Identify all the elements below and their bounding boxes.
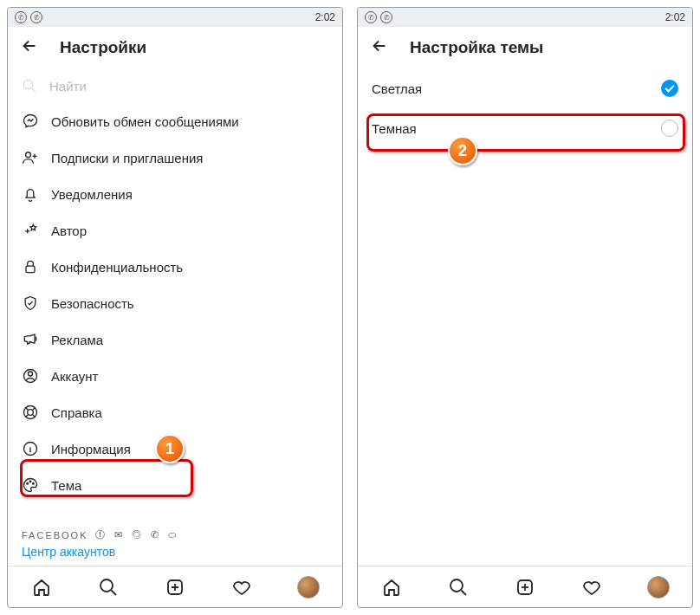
settings-item-follow-invite[interactable]: Подписки и приглашения bbox=[8, 139, 342, 176]
bell-icon bbox=[22, 185, 39, 203]
svg-point-6 bbox=[28, 410, 34, 416]
back-arrow-icon[interactable] bbox=[20, 36, 39, 59]
shield-check-icon bbox=[22, 295, 39, 312]
settings-item-about[interactable]: Информация bbox=[8, 430, 342, 467]
bottom-nav bbox=[358, 566, 692, 607]
settings-item-help[interactable]: Справка bbox=[8, 394, 342, 430]
empty-space bbox=[358, 148, 692, 566]
star-plus-icon bbox=[22, 222, 39, 239]
accounts-center-link[interactable]: Центр аккаунтов bbox=[8, 543, 342, 566]
back-arrow-icon[interactable] bbox=[370, 36, 389, 59]
settings-item-creator[interactable]: Автор bbox=[8, 212, 342, 249]
nav-activity-icon[interactable] bbox=[230, 576, 253, 599]
nav-activity-icon[interactable] bbox=[580, 576, 603, 599]
nav-create-icon[interactable] bbox=[164, 576, 186, 599]
lifebuoy-icon bbox=[22, 404, 39, 421]
svg-point-8 bbox=[27, 483, 29, 485]
settings-item-label: Реклама bbox=[51, 333, 103, 347]
nav-home-icon[interactable] bbox=[380, 576, 403, 599]
settings-item-account[interactable]: Аккаунт bbox=[8, 358, 342, 394]
status-time: 2:02 bbox=[665, 11, 685, 23]
nav-profile-avatar[interactable] bbox=[297, 576, 320, 599]
settings-item-label: Безопасность bbox=[51, 296, 134, 311]
page-title: Настройка темы bbox=[410, 38, 543, 57]
settings-item-label: Автор bbox=[51, 223, 87, 238]
nav-search-icon[interactable] bbox=[447, 576, 470, 599]
app-header: Настройки bbox=[8, 27, 342, 68]
search-input[interactable]: Найти bbox=[8, 68, 342, 103]
palette-icon bbox=[22, 476, 39, 494]
status-bar: ✆ ✆ 2:02 bbox=[358, 8, 692, 27]
theme-option-light[interactable]: Светлая bbox=[358, 68, 692, 108]
settings-item-label: Уведомления bbox=[51, 187, 133, 202]
settings-item-ads[interactable]: Реклама bbox=[8, 321, 342, 358]
settings-item-messaging[interactable]: Обновить обмен сообщениями bbox=[8, 103, 342, 139]
svg-rect-2 bbox=[26, 266, 35, 273]
avatar bbox=[297, 576, 320, 599]
settings-item-label: Информация bbox=[51, 442, 131, 456]
search-icon bbox=[22, 78, 37, 94]
page-title: Настройки bbox=[60, 38, 146, 57]
settings-item-privacy[interactable]: Конфиденциальность bbox=[8, 249, 342, 285]
account-icon bbox=[22, 367, 39, 385]
viber-icon: ✆ bbox=[15, 11, 27, 23]
svg-point-13 bbox=[450, 579, 463, 592]
lock-icon bbox=[22, 258, 39, 275]
settings-item-label: Конфиденциальность bbox=[51, 260, 183, 275]
settings-item-notifications[interactable]: Уведомления bbox=[8, 176, 342, 212]
svg-point-1 bbox=[26, 152, 31, 158]
messenger-icon bbox=[22, 113, 39, 130]
svg-point-11 bbox=[100, 579, 113, 592]
theme-option-dark[interactable]: Темная bbox=[358, 108, 692, 148]
svg-point-0 bbox=[23, 80, 33, 89]
megaphone-icon bbox=[22, 331, 39, 348]
phone-settings: ✆ ✆ 2:02 Настройки Найти Обновить обмен … bbox=[7, 7, 343, 608]
status-time: 2:02 bbox=[315, 11, 335, 23]
settings-item-label: Аккаунт bbox=[51, 369, 98, 384]
search-placeholder: Найти bbox=[49, 79, 87, 94]
viber-icon: ✆ bbox=[380, 11, 392, 23]
radio-empty-icon bbox=[661, 120, 678, 137]
svg-point-10 bbox=[33, 483, 35, 485]
settings-item-security[interactable]: Безопасность bbox=[8, 285, 342, 321]
footer-brand: FACEBOOK ⓕ ✉ ◎ ✆ ⬭ bbox=[8, 523, 342, 543]
theme-option-label: Темная bbox=[372, 121, 417, 136]
settings-item-label: Подписки и приглашения bbox=[51, 151, 203, 165]
brand-icons: ⓕ ✉ ◎ ✆ ⬭ bbox=[95, 528, 179, 541]
viber-icon: ✆ bbox=[30, 11, 42, 23]
theme-option-label: Светлая bbox=[372, 81, 422, 96]
radio-checked-icon bbox=[661, 80, 678, 97]
bottom-nav bbox=[8, 566, 342, 607]
svg-point-4 bbox=[29, 372, 33, 376]
nav-create-icon[interactable] bbox=[514, 576, 536, 599]
avatar bbox=[647, 576, 670, 599]
settings-item-label: Тема bbox=[51, 478, 81, 493]
svg-point-9 bbox=[29, 481, 31, 482]
nav-home-icon[interactable] bbox=[30, 576, 53, 599]
status-bar: ✆ ✆ 2:02 bbox=[8, 8, 342, 27]
app-header: Настройка темы bbox=[358, 27, 692, 68]
facebook-brand-label: FACEBOOK bbox=[22, 530, 88, 541]
viber-icon: ✆ bbox=[365, 11, 377, 23]
settings-item-label: Обновить обмен сообщениями bbox=[51, 114, 239, 129]
settings-item-theme[interactable]: Тема bbox=[8, 467, 342, 503]
settings-item-label: Справка bbox=[51, 405, 102, 420]
nav-profile-avatar[interactable] bbox=[647, 576, 670, 599]
phone-theme-settings: ✆ ✆ 2:02 Настройка темы Светлая Темная bbox=[357, 7, 693, 608]
info-icon bbox=[22, 440, 39, 457]
nav-search-icon[interactable] bbox=[97, 576, 120, 599]
person-plus-icon bbox=[22, 149, 39, 166]
settings-list: Обновить обмен сообщениями Подписки и пр… bbox=[8, 103, 342, 523]
